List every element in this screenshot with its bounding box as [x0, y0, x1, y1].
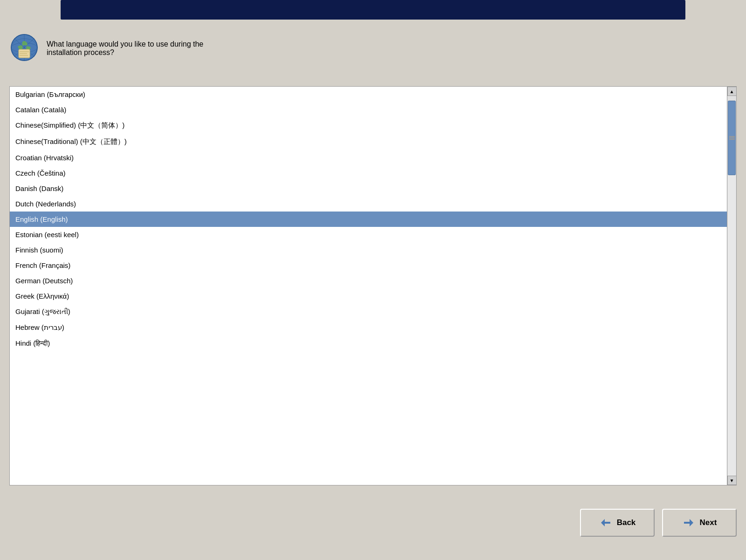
list-item[interactable]: French (Français)	[10, 258, 727, 273]
list-item[interactable]: English (English)	[10, 212, 727, 227]
list-item[interactable]: Chinese(Simplified) (中文（简体）)	[10, 117, 727, 134]
header-bar	[61, 0, 685, 20]
svg-marker-11	[601, 519, 610, 526]
list-item[interactable]: Estonian (eesti keel)	[10, 227, 727, 242]
list-item[interactable]: Finnish (suomi)	[10, 242, 727, 258]
list-item[interactable]: Bulgarian (Български)	[10, 87, 727, 102]
list-item[interactable]: Croatian (Hrvatski)	[10, 150, 727, 165]
scroll-thumb[interactable]	[728, 101, 736, 175]
scrollbar[interactable]: ▲ ▼	[727, 87, 736, 485]
scroll-down-button[interactable]: ▼	[727, 476, 737, 485]
question-text: What language would you like to use duri…	[47, 40, 203, 57]
list-item[interactable]: Hindi (हिन्दी)	[10, 335, 727, 351]
list-item[interactable]: Hebrew (עברית)	[10, 320, 727, 335]
back-label: Back	[617, 518, 636, 527]
scroll-groove	[728, 175, 736, 476]
scroll-grip	[729, 137, 735, 138]
svg-rect-8	[20, 51, 29, 52]
globe-icon	[9, 33, 39, 64]
list-item[interactable]: Chinese(Traditional) (中文（正體）)	[10, 134, 727, 150]
svg-marker-12	[684, 519, 693, 526]
scroll-up-button[interactable]: ▲	[727, 87, 737, 96]
next-label: Next	[700, 518, 717, 527]
list-item[interactable]: German (Deutsch)	[10, 273, 727, 288]
back-button[interactable]: Back	[580, 509, 655, 537]
list-item[interactable]: Gujarati (ગુજરાતી)	[10, 304, 727, 320]
back-icon	[599, 516, 612, 529]
list-item[interactable]: Catalan (Català)	[10, 102, 727, 117]
language-list[interactable]: Bulgarian (Български)Catalan (Català)Chi…	[10, 87, 727, 485]
language-list-container: Bulgarian (Български)Catalan (Català)Chi…	[9, 86, 737, 485]
button-area: Back Next	[580, 509, 737, 537]
list-item[interactable]: Dutch (Nederlands)	[10, 196, 727, 212]
list-item[interactable]: Danish (Dansk)	[10, 181, 727, 196]
svg-rect-9	[20, 53, 27, 54]
next-button[interactable]: Next	[662, 509, 737, 537]
list-item[interactable]: Czech (Čeština)	[10, 165, 727, 181]
next-icon	[682, 516, 695, 529]
scroll-thumb-area	[727, 96, 736, 476]
svg-rect-10	[20, 55, 28, 56]
question-area: What language would you like to use duri…	[9, 33, 203, 64]
list-item[interactable]: Greek (Ελληνικά)	[10, 288, 727, 304]
